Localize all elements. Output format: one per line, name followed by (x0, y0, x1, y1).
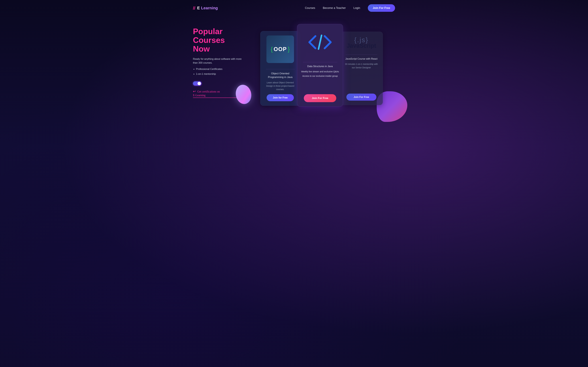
card2-feature1: Weekly live stream and exclusive Q&As (301, 70, 339, 73)
code-icon-svg (308, 33, 332, 51)
nav-links: Courses Become a Teacher Login Join For … (305, 4, 395, 12)
hero-left: Popular Courses Now Ready for anything a… (193, 24, 242, 98)
card3-join-button[interactable]: Join For Free (346, 94, 376, 101)
logo-slash: // (193, 6, 195, 10)
svg-line-0 (319, 35, 321, 49)
card1-description: Learn about Object Oriented Design in th… (264, 81, 296, 91)
card2-title: Data Structures in Java (307, 65, 333, 68)
hero-title-line1: Popular (193, 27, 223, 36)
card-javascript: {.js} JavaScript JavaScript Course with … (340, 32, 383, 105)
hero-feature-1: Professional Certificates (196, 67, 242, 72)
logo-e: E (197, 6, 200, 10)
hero-title-line2: Courses Now (193, 36, 225, 53)
oop-brace-close: } (288, 46, 290, 53)
card-oop: { OOP } Object Oriented Programming in J… (260, 31, 300, 106)
card2-join-button[interactable]: Join For Free (304, 94, 337, 102)
card3-separator (346, 55, 377, 55)
nav-join-free-button[interactable]: Join For Free (368, 4, 395, 12)
nav-courses[interactable]: Courses (305, 6, 315, 10)
card1-title: Object Oriented Programming in Java (264, 72, 296, 79)
code-icon-box (306, 28, 334, 56)
logo-learning: Learning (201, 6, 218, 10)
hero-feature-2: 1-on-1 mentorship (196, 72, 242, 76)
card3-title: JavaScript Course with React (345, 57, 377, 60)
toggle-switch[interactable] (193, 81, 201, 86)
card-data-structures: Data Structures in Java Weekly live stre… (297, 24, 343, 107)
hero-features-list: Professional Certificates 1-on-1 mentors… (193, 67, 242, 76)
nav-become-teacher[interactable]: Become a Teacher (323, 6, 346, 10)
navbar: // ELearning Courses Become a Teacher Lo… (193, 0, 395, 15)
oop-icon-box: { OOP } (267, 35, 294, 63)
hero-description: Ready for anything about software with m… (193, 57, 242, 65)
card3-description: 30 minutes 1-on-1 mentorship with our Se… (344, 62, 379, 69)
js-name-label: JavaScript (347, 42, 376, 49)
cylinder-decoration (235, 84, 254, 106)
certification-text: ↩ Get certifications onE-Learning (193, 89, 242, 98)
hero-section: Popular Courses Now Ready for anything a… (193, 15, 395, 309)
card2-feature2: Access to our exclusive insider group (302, 74, 338, 78)
oop-brace-open: { (271, 46, 273, 53)
logo[interactable]: // ELearning (193, 6, 218, 10)
toggle-knob (198, 82, 201, 85)
cert-arrow-icon: ↩ (193, 89, 196, 94)
nav-login[interactable]: Login (354, 6, 360, 10)
js-icon-area: {.js} JavaScript (344, 36, 379, 52)
card1-join-button[interactable]: Join for Free (267, 94, 294, 101)
hero-title: Popular Courses Now (193, 27, 242, 53)
cards-container: { OOP } Object Oriented Programming in J… (260, 24, 383, 113)
cards-area: { OOP } Object Oriented Programming in J… (248, 24, 395, 113)
toggle-wrapper (193, 81, 242, 86)
oop-text: OOP (274, 46, 287, 52)
